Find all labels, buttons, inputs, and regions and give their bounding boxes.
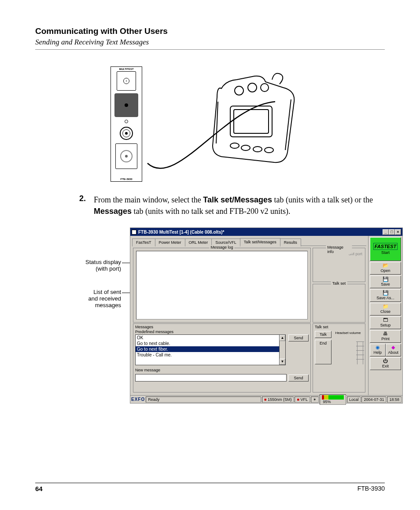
setup-icon: 🗔 xyxy=(383,318,388,323)
callout-list: List of sent and received messages xyxy=(60,289,121,309)
scroll-down-icon[interactable]: ▼ xyxy=(280,359,285,365)
start-button[interactable]: FASTEST Start xyxy=(370,237,401,261)
step-text-mid2: tab (units with no talk set and FTB-200 … xyxy=(132,207,290,216)
list-item-selected[interactable]: Go to next fiber. xyxy=(136,346,279,352)
close-file-button[interactable]: 📁Close xyxy=(370,303,401,316)
close-button[interactable]: × xyxy=(395,229,401,235)
callout-status-l1: Status display xyxy=(85,259,121,265)
svg-point-6 xyxy=(241,145,250,150)
save-icon: 💾 xyxy=(383,277,389,282)
list-item[interactable]: Go to next cable. xyxy=(136,341,279,346)
page-number: 64 xyxy=(35,485,43,492)
open-label: Open xyxy=(380,268,390,273)
module-port-4 xyxy=(115,143,137,169)
tab-results[interactable]: Results xyxy=(280,238,301,246)
svg-point-4 xyxy=(261,84,269,92)
about-label: About xyxy=(388,350,398,355)
svg-point-5 xyxy=(230,143,239,148)
headset-volume-label: Headset volume xyxy=(333,331,363,338)
open-button[interactable]: 📂Open xyxy=(370,262,401,275)
module-top-label: MULTITEST xyxy=(119,68,133,70)
end-button[interactable]: End xyxy=(315,340,332,364)
setup-label: Setup xyxy=(380,323,391,327)
footer-model: FTB-3930 xyxy=(357,485,385,492)
tab-powermeter[interactable]: Power Meter xyxy=(155,238,185,246)
status-wl-text: 1550nm (SM) xyxy=(268,397,292,402)
talkset-info-fieldset: Talk set xyxy=(313,284,365,323)
titlebar[interactable]: FTB-3930 MultiTest [1-4] (Cable 008.olts… xyxy=(130,228,402,236)
page-subtitle: Sending and Receiving Text Messages xyxy=(35,38,385,47)
maximize-button[interactable]: □ xyxy=(389,229,395,235)
messages-panel: Messages Predefined messages OK Go to ne… xyxy=(133,323,311,393)
status-wavelength: ■ 1550nm (SM) xyxy=(262,396,294,403)
send-predef-button[interactable]: Send xyxy=(288,334,309,341)
folder-icon: 📁 xyxy=(383,304,389,309)
callout-list-l1: List of sent xyxy=(93,289,121,295)
exit-button[interactable]: ⏻Exit xyxy=(370,357,401,370)
minimize-button[interactable]: _ xyxy=(383,229,389,235)
callout-status-l2: (with port) xyxy=(96,265,121,272)
step-number: 2. xyxy=(79,194,86,217)
talk-button[interactable]: Talk xyxy=(315,331,332,338)
callout-list-l3: messages xyxy=(95,302,121,308)
message-info-fieldset: Message info SM port xyxy=(313,248,365,282)
status-ready: Ready xyxy=(146,396,261,403)
send-new-button[interactable]: Send xyxy=(288,374,309,382)
tab-orlmeter[interactable]: ORL Meter xyxy=(185,238,212,246)
exit-label: Exit xyxy=(382,364,389,368)
module-led xyxy=(125,120,128,123)
list-item[interactable]: OK xyxy=(136,335,279,341)
handheld-device xyxy=(195,66,309,168)
status-signal-icon: ✶ xyxy=(311,396,319,403)
svg-rect-0 xyxy=(230,106,272,137)
battery-pct: 95% xyxy=(323,400,331,404)
fastest-logo: FASTEST xyxy=(373,243,398,250)
print-button[interactable]: 🖶Print xyxy=(370,330,401,343)
predefined-listbox[interactable]: OK Go to next cable. Go to next fiber. T… xyxy=(135,334,279,365)
list-item[interactable]: Trouble - Call me. xyxy=(136,352,279,358)
save-icon: 💾 xyxy=(383,290,389,295)
talkset-title: Talk set xyxy=(315,325,363,329)
save-label: Save xyxy=(381,282,390,286)
print-icon: 🖶 xyxy=(383,331,388,336)
power-icon: ⏻ xyxy=(383,359,388,363)
save-button[interactable]: 💾Save xyxy=(370,275,401,288)
scroll-up-icon[interactable]: ▲ xyxy=(280,335,285,341)
listbox-scrollbar[interactable]: ▲ ▼ xyxy=(279,334,286,365)
status-vfl: ■ VFL xyxy=(295,396,309,403)
step-text-pre: From the main window, select the xyxy=(94,195,203,204)
exfo-logo: EXFO xyxy=(131,397,145,402)
talkset-info-legend: Talk set xyxy=(331,281,347,286)
saveas-label: Save As... xyxy=(376,296,394,300)
svg-point-7 xyxy=(253,147,262,152)
hardware-figure: MULTITEST FTB-3930 xyxy=(35,66,385,181)
svg-point-2 xyxy=(235,86,243,95)
about-button[interactable]: ◆About xyxy=(386,344,402,356)
status-local: Local xyxy=(347,396,361,403)
setup-button[interactable]: 🗔Setup xyxy=(370,316,401,329)
saveas-button[interactable]: 💾Save As... xyxy=(370,289,401,302)
tab-fastest[interactable]: FasTesT xyxy=(132,238,155,246)
new-message-input[interactable] xyxy=(135,374,287,382)
newmsg-label: New message xyxy=(135,368,309,372)
message-info-legend: Message info xyxy=(326,245,352,254)
close-label: Close xyxy=(380,309,391,314)
tab-talkset-messages[interactable]: Talk set/Messages xyxy=(240,238,280,246)
window-title: FTB-3930 MultiTest [1-4] (Cable 008.olts… xyxy=(138,230,224,235)
messages-title: Messages xyxy=(135,325,309,329)
module-port-3 xyxy=(120,127,133,140)
message-log-area[interactable] xyxy=(136,251,308,319)
folder-open-icon: 📂 xyxy=(383,263,389,268)
step-2: 2. From the main window, select the Talk… xyxy=(79,194,376,217)
header-rule xyxy=(35,49,385,50)
message-log-fieldset: Message log xyxy=(133,248,311,323)
statusbar: EXFO Ready ■ 1550nm (SM) ■ VFL ✶ 95% Loc… xyxy=(130,395,402,403)
app-window: FTB-3930 MultiTest [1-4] (Cable 008.olts… xyxy=(130,227,403,404)
volume-slider[interactable] xyxy=(357,341,363,364)
battery-leds xyxy=(322,395,344,400)
callout-status: Status display (with port) xyxy=(60,259,121,272)
module-port-2 xyxy=(114,93,138,117)
step-text: From the main window, select the Talk se… xyxy=(94,194,376,217)
help-button[interactable]: ◉Help xyxy=(370,344,386,356)
page-footer: 64 FTB-3930 xyxy=(35,483,385,492)
